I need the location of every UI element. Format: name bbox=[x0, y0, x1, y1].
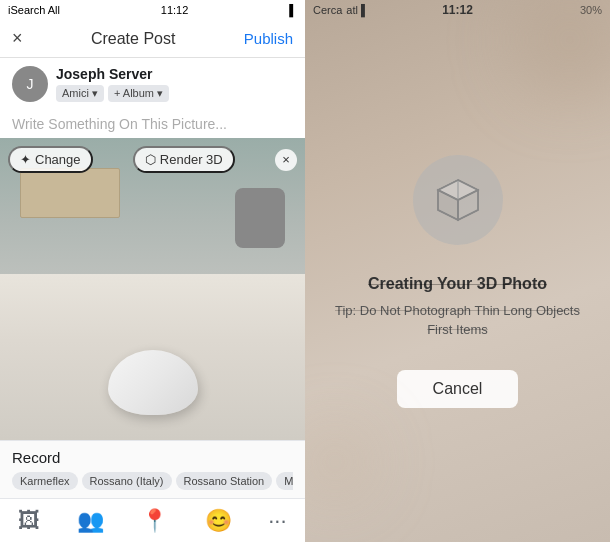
amici-tag-button[interactable]: Amici ▾ bbox=[56, 85, 104, 102]
avatar-initial: J bbox=[27, 76, 34, 92]
creating-3d-text: Creating Your 3D Photo bbox=[368, 275, 547, 293]
change-button[interactable]: ✦ Change bbox=[8, 146, 93, 173]
kitchen-cabinet bbox=[20, 168, 120, 218]
photo-container: ✦ Change ⬡ Render 3D × bbox=[0, 138, 305, 440]
render-label: Render 3D bbox=[160, 152, 223, 167]
user-name: Joseph Server bbox=[56, 66, 169, 82]
close-photo-button[interactable]: × bbox=[275, 149, 297, 171]
user-info: Joseph Server Amici ▾ + Album ▾ bbox=[56, 66, 169, 102]
location-tags-row: Karmeflex Rossano (Italy) Rossano Statio… bbox=[12, 472, 293, 490]
nav-more-icon[interactable]: ··· bbox=[268, 508, 286, 534]
record-label: Record bbox=[12, 449, 293, 466]
photo-background bbox=[0, 138, 305, 440]
cube-3d-icon bbox=[432, 174, 484, 226]
cancel-button[interactable]: Cancel bbox=[397, 370, 519, 408]
record-section: Record Karmeflex Rossano (Italy) Rossano… bbox=[0, 440, 305, 498]
signal-left: iSearch All bbox=[8, 4, 60, 16]
close-button[interactable]: × bbox=[12, 28, 23, 49]
album-tag-button[interactable]: + Album ▾ bbox=[108, 85, 169, 102]
avatar: J bbox=[12, 66, 48, 102]
top-bar: × Create Post Publish bbox=[0, 20, 305, 58]
user-row: J Joseph Server Amici ▾ + Album ▾ bbox=[0, 58, 305, 110]
tag-makes-ai[interactable]: Makes AI bbox=[276, 472, 293, 490]
render-icon: ⬡ bbox=[145, 152, 156, 167]
tip-text: Tip: Do Not Photograph Thin Long Objects… bbox=[325, 301, 590, 340]
cerca-label: Cerca bbox=[313, 4, 342, 16]
nav-people-icon[interactable]: 👥 bbox=[77, 508, 104, 534]
nav-location-icon[interactable]: 📍 bbox=[141, 508, 168, 534]
change-icon: ✦ bbox=[20, 152, 31, 167]
render-3d-button[interactable]: ⬡ Render 3D bbox=[133, 146, 235, 173]
user-tags: Amici ▾ + Album ▾ bbox=[56, 85, 169, 102]
kitchen-appliance bbox=[235, 188, 285, 248]
tag-rossano-station[interactable]: Rossano Station bbox=[176, 472, 273, 490]
left-panel: iSearch All 11:12 ▌ × Create Post Publis… bbox=[0, 0, 305, 542]
status-bar-left: iSearch All 11:12 ▌ bbox=[0, 0, 305, 20]
cube-icon-container bbox=[413, 155, 503, 245]
bottom-navigation: 🖼 👥 📍 😊 ··· bbox=[0, 498, 305, 542]
left-status: Cerca atl ▌ bbox=[313, 4, 369, 16]
publish-button[interactable]: Publish bbox=[244, 30, 293, 47]
nav-photo-icon[interactable]: 🖼 bbox=[18, 508, 40, 534]
change-label: Change bbox=[35, 152, 81, 167]
tag-rossano-italy[interactable]: Rossano (Italy) bbox=[82, 472, 172, 490]
signal-right: atl ▌ bbox=[346, 4, 368, 16]
write-placeholder[interactable]: Write Something On This Picture... bbox=[0, 110, 305, 138]
time-right: 11:12 bbox=[442, 3, 473, 17]
nav-emoji-icon[interactable]: 😊 bbox=[205, 508, 232, 534]
tag-karmeflex[interactable]: Karmeflex bbox=[12, 472, 78, 490]
right-panel: Cerca atl ▌ 11:12 30% Cr bbox=[305, 0, 610, 542]
time-left: 11:12 bbox=[161, 4, 189, 16]
page-title: Create Post bbox=[91, 30, 175, 48]
battery-left: ▌ bbox=[289, 4, 297, 16]
photo-overlay: ✦ Change ⬡ Render 3D × bbox=[0, 146, 305, 173]
